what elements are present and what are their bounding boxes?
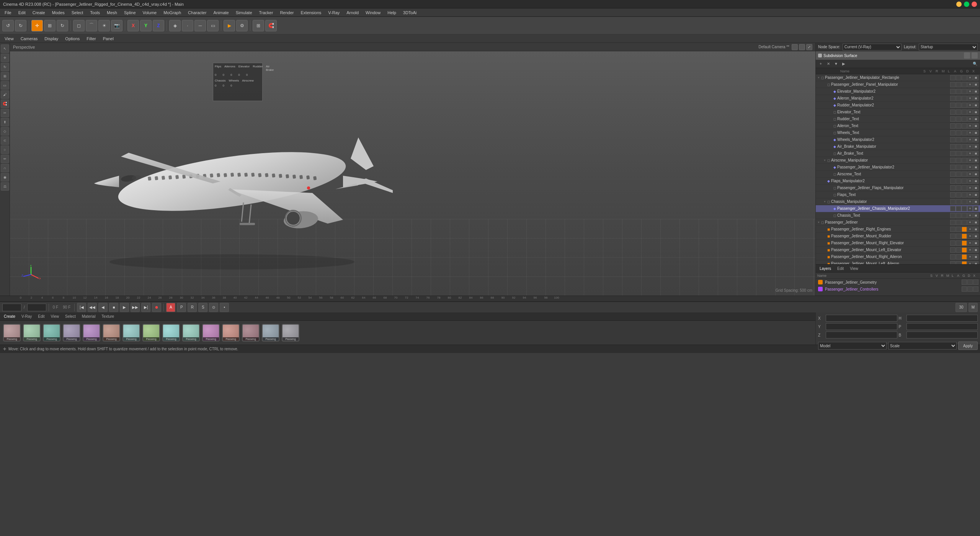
obj-del-16[interactable]: ✕ [967,185,973,191]
record-button[interactable]: ⏺ [152,303,161,312]
tool-brush[interactable]: 🖌 [1,90,9,99]
obj-lock-20[interactable] [956,213,961,218]
obj-del-19[interactable]: ✕ [967,206,973,211]
move-tool-button[interactable]: ✛ [31,20,43,31]
obj-lock-2[interactable] [956,89,961,94]
obj-color-14[interactable] [962,172,967,177]
object-item-3[interactable]: ◆ Aileron_Manipulator2 ✕ ▣ [816,95,980,102]
object-item-2[interactable]: ◆ Elevator_Manipulator2 ✕ ▣ [816,88,980,95]
obj-del-21[interactable]: ✕ [967,220,973,225]
maximize-button[interactable] [964,2,969,7]
obj-del-4[interactable]: ✕ [967,103,973,108]
obj-more-3[interactable]: ▣ [973,96,978,101]
object-item-16[interactable]: ◻ Passenger_Jetliner_Flaps_Manipulator ✕… [816,185,980,191]
material-tab-create[interactable]: Create [2,314,17,319]
obj-color-0[interactable] [962,75,967,80]
object-item-20[interactable]: ◻ Chassis_Text ✕ ▣ [816,212,980,219]
obj-lock-3[interactable] [956,96,961,101]
menu-item-tools[interactable]: Tools [87,10,103,16]
obj-lock-27[interactable] [956,261,961,265]
obj-lock-13[interactable] [956,165,961,170]
obj-more-19[interactable]: ▣ [973,206,978,211]
obj-color-10[interactable] [962,144,967,149]
tool-magnet[interactable]: 🧲 [1,100,9,108]
obj-vis-3[interactable] [950,96,956,101]
layer-ctrl-v[interactable] [967,286,973,292]
viewport[interactable]: Perspective Default Camera ** ⤢ FlipsAil… [10,43,815,296]
material-swatch-12[interactable]: Passeng [242,324,260,342]
menu-item-animate[interactable]: Animate [210,10,232,16]
apply-button[interactable]: Apply [958,342,978,350]
obj-lock-7[interactable] [956,123,961,129]
tool-select[interactable]: ↖ [1,44,9,53]
p-input[interactable] [906,323,978,330]
tool-weight[interactable]: ⚖ [1,182,9,191]
tool-move[interactable]: ✛ [1,54,9,62]
obj-color-9[interactable] [962,137,967,142]
obj-vis-14[interactable] [950,172,956,177]
obj-lock-18[interactable] [956,199,961,204]
tool-bevel[interactable]: ◇ [1,127,9,136]
obj-color-13[interactable] [962,165,967,170]
obj-more-0[interactable]: ▣ [973,75,978,80]
obj-more-17[interactable]: ▣ [973,192,978,198]
material-swatch-5[interactable]: Passeng [103,324,120,342]
obj-more-22[interactable]: ▣ [973,227,978,232]
obj-vis-17[interactable] [950,192,956,198]
tool-extrude[interactable]: ⬆ [1,118,9,126]
play-button[interactable]: ▶ [120,303,129,312]
obj-lock-17[interactable] [956,192,961,198]
material-tab-texture[interactable]: Texture [100,314,116,319]
scene-delete-btn[interactable]: ✕ [825,60,832,67]
menu-item-v-ray[interactable]: V-Ray [325,10,343,16]
minimize-button[interactable] [956,2,962,7]
scene-new-btn[interactable]: + [817,60,824,67]
obj-lock-0[interactable] [956,75,961,80]
obj-color-26[interactable] [962,254,967,260]
obj-lock-1[interactable] [956,82,961,87]
param-key-button[interactable]: ⊙ [209,303,218,312]
material-swatch-6[interactable]: Passeng [122,324,140,342]
spline-tool-button[interactable]: ⌒ [86,20,97,31]
polygon-tool-button[interactable]: ◻ [73,20,85,31]
obj-color-11[interactable] [962,151,967,156]
menu-item-character[interactable]: Character [185,10,209,16]
menu-item-mesh[interactable]: Mesh [104,10,120,16]
obj-more-2[interactable]: ▣ [973,89,978,94]
obj-lock-26[interactable] [956,254,961,260]
obj-color-2[interactable] [962,89,967,94]
tool-loop[interactable]: ○ [1,145,9,154]
obj-del-5[interactable]: ✕ [967,109,973,115]
material-swatch-10[interactable]: Passeng [202,324,220,342]
snap-button[interactable]: 🧲 [265,20,277,31]
render-button[interactable]: ▶ [224,20,235,31]
poly-mode-button[interactable]: ▭ [207,20,219,31]
pos-key-button[interactable]: P [177,303,186,312]
play-reverse-button[interactable]: ◀ [98,303,108,312]
viewport-maximize[interactable]: ⤢ [806,44,812,50]
obj-color-7[interactable] [962,123,967,129]
obj-vis-22[interactable] [950,227,956,232]
layer-ctrl-r[interactable] [973,286,978,292]
prev-key-button[interactable]: ◀◀ [88,303,97,312]
obj-color-15[interactable] [962,178,967,184]
mode-item-view[interactable]: View [2,36,17,42]
obj-lock-24[interactable] [956,240,961,246]
obj-del-27[interactable]: ✕ [967,261,973,265]
h-input[interactable] [906,315,978,322]
object-item-9[interactable]: ◆ Wheels_Manipulator2 ✕ ▣ [816,136,980,143]
obj-vis-11[interactable] [950,151,956,156]
obj-del-8[interactable]: ✕ [967,130,973,136]
object-item-26[interactable]: ◼ Passenger_Jetliner_Mount_Right_Aileron… [816,253,980,260]
layer-controllers[interactable]: Passenger_Jetliner_Controllers [816,286,980,293]
obj-vis-6[interactable] [950,116,956,122]
obj-vis-20[interactable] [950,213,956,218]
object-item-23[interactable]: ◼ Passenger_Jetliner_Mount_Rudder ✕ ▣ [816,233,980,240]
obj-lock-15[interactable] [956,178,961,184]
obj-del-14[interactable]: ✕ [967,172,973,177]
view-tab[interactable]: View [848,266,860,271]
obj-more-14[interactable]: ▣ [973,172,978,177]
obj-del-24[interactable]: ✕ [967,240,973,246]
obj-more-25[interactable]: ▣ [973,247,978,253]
material-swatch-7[interactable]: Passeng [142,324,160,342]
